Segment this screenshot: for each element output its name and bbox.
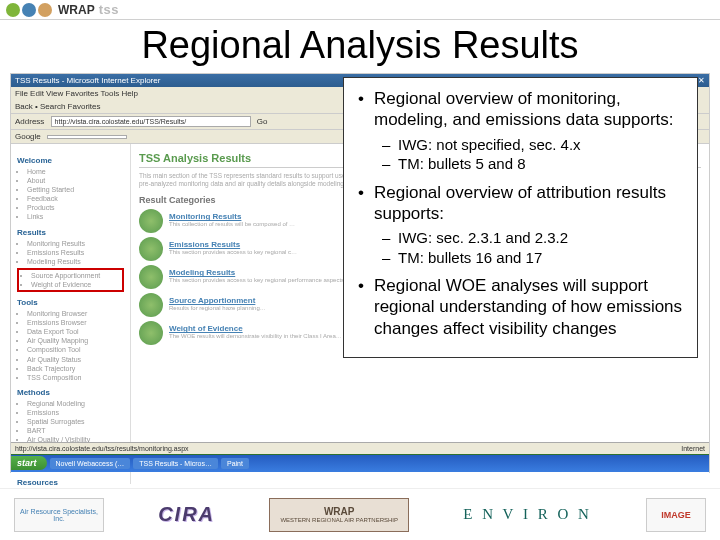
- ie-window-title: TSS Results - Microsoft Internet Explore…: [15, 76, 160, 85]
- address-input[interactable]: http://vista.cira.colostate.edu/TSS/Resu…: [51, 116, 251, 127]
- taskbar-item[interactable]: Novell Webaccess (…: [50, 458, 131, 469]
- go-button[interactable]: Go: [257, 117, 268, 126]
- subbullet: TM: bullets 16 and 17: [380, 248, 685, 268]
- category-title[interactable]: Weight of Evidence: [169, 324, 342, 333]
- bullet-1: Regional overview of monitoring, modelin…: [356, 88, 685, 174]
- side-link[interactable]: Air Quality Status: [27, 355, 124, 364]
- ie-sidebar: Welcome Home About Getting Started Feedb…: [11, 144, 131, 484]
- side-link[interactable]: Air Quality Mapping: [27, 336, 124, 345]
- logo-environ: E N V I R O N: [463, 506, 591, 523]
- category-title[interactable]: Monitoring Results: [169, 212, 295, 221]
- category-title[interactable]: Emissions Results: [169, 240, 297, 249]
- brand-tss: tss: [99, 2, 119, 17]
- side-tools: Tools: [17, 298, 124, 307]
- google-search-input[interactable]: [47, 135, 127, 139]
- subbullet: IWG: not specified, sec. 4.x: [380, 135, 685, 155]
- bullet-3: Regional WOE analyses will support regio…: [356, 275, 685, 339]
- cira-text: CIRA: [158, 503, 215, 526]
- side-link[interactable]: TSS Composition: [27, 373, 124, 382]
- side-link[interactable]: Weight of Evidence: [31, 280, 120, 289]
- logo-ars-box: Air Resource Specialists, Inc.: [14, 498, 104, 532]
- category-icon: [139, 265, 163, 289]
- wrap-logo-dot-blue: [22, 3, 36, 17]
- logo-image: IMAGE: [646, 498, 706, 532]
- environ-text: E N V I R O N: [463, 506, 591, 523]
- side-highlight-box: Source Apportionment Weight of Evidence: [17, 268, 124, 292]
- side-link[interactable]: Composition Tool: [27, 345, 124, 354]
- category-icon: [139, 209, 163, 233]
- bullet-text: Regional overview of attribution results…: [374, 183, 666, 223]
- category-desc: Results for regional haze planning…: [169, 305, 266, 313]
- side-link[interactable]: Products: [27, 203, 124, 212]
- side-link[interactable]: Data Export Tool: [27, 327, 124, 336]
- google-label: Google: [15, 132, 41, 141]
- ie-statusbar: http://vista.cira.colostate.edu/tss/resu…: [11, 442, 709, 454]
- slide-title: Regional Analysis Results: [0, 24, 720, 67]
- slide-body: TSS Results - Microsoft Internet Explore…: [10, 73, 710, 473]
- taskbar-item[interactable]: TSS Results - Micros…: [133, 458, 218, 469]
- side-results: Results: [17, 228, 124, 237]
- category-desc: This section provides access to key regi…: [169, 249, 297, 257]
- logo-wrap-box: WRAP WESTERN REGIONAL AIR PARTNERSHIP: [269, 498, 409, 532]
- brand-wrap: WRAP: [58, 3, 95, 17]
- side-link[interactable]: Emissions Results: [27, 248, 124, 257]
- side-link[interactable]: Links: [27, 212, 124, 221]
- bullet-overlay: Regional overview of monitoring, modelin…: [343, 77, 698, 358]
- side-link[interactable]: Monitoring Results: [27, 239, 124, 248]
- side-link[interactable]: Back Trajectory: [27, 364, 124, 373]
- side-link[interactable]: About: [27, 176, 124, 185]
- side-link[interactable]: Regional Modeling: [27, 399, 124, 408]
- start-button[interactable]: start: [11, 456, 47, 470]
- taskbar-item[interactable]: Paint: [221, 458, 249, 469]
- side-link[interactable]: Monitoring Browser: [27, 309, 124, 318]
- slide-topbar: WRAP tss: [0, 0, 720, 20]
- bullet-text: Regional overview of monitoring, modelin…: [374, 89, 674, 129]
- category-icon: [139, 237, 163, 261]
- side-link[interactable]: Feedback: [27, 194, 124, 203]
- side-link[interactable]: Modeling Results: [27, 257, 124, 266]
- side-link[interactable]: Home: [27, 167, 124, 176]
- category-icon: [139, 293, 163, 317]
- side-link[interactable]: Emissions: [27, 408, 124, 417]
- side-welcome: Welcome: [17, 156, 124, 165]
- bullet-2: Regional overview of attribution results…: [356, 182, 685, 268]
- category-icon: [139, 321, 163, 345]
- address-label: Address: [15, 117, 44, 126]
- windows-taskbar: start Novell Webaccess (… TSS Results - …: [11, 454, 709, 472]
- subbullet: IWG: sec. 2.3.1 and 2.3.2: [380, 228, 685, 248]
- category-title[interactable]: Source Apportionment: [169, 296, 266, 305]
- logo-cira: CIRA: [158, 503, 215, 526]
- side-link[interactable]: Emissions Browser: [27, 318, 124, 327]
- category-desc: This collection of results will be compo…: [169, 221, 295, 229]
- logo-image-box: IMAGE: [646, 498, 706, 532]
- status-zone: Internet: [681, 445, 705, 452]
- side-link[interactable]: Getting Started: [27, 185, 124, 194]
- logo-wrap: WRAP WESTERN REGIONAL AIR PARTNERSHIP: [269, 498, 409, 532]
- side-link[interactable]: Spatial Surrogates: [27, 417, 124, 426]
- slide-footer: Air Resource Specialists, Inc. CIRA WRAP…: [0, 488, 720, 540]
- side-link[interactable]: Source Apportionment: [31, 271, 120, 280]
- side-link[interactable]: BART: [27, 426, 124, 435]
- ie-back-button[interactable]: Back • Search Favorites: [15, 102, 101, 111]
- wrap-logo-dot-tan: [38, 3, 52, 17]
- logo-ars: Air Resource Specialists, Inc.: [14, 498, 104, 532]
- subbullet: TM: bullets 5 and 8: [380, 154, 685, 174]
- wrap-logo-dot-green: [6, 3, 20, 17]
- side-resources: Resources: [17, 478, 124, 487]
- status-url: http://vista.cira.colostate.edu/tss/resu…: [15, 445, 189, 452]
- side-methods: Methods: [17, 388, 124, 397]
- category-desc: The WOE results will demonstrate visibil…: [169, 333, 342, 341]
